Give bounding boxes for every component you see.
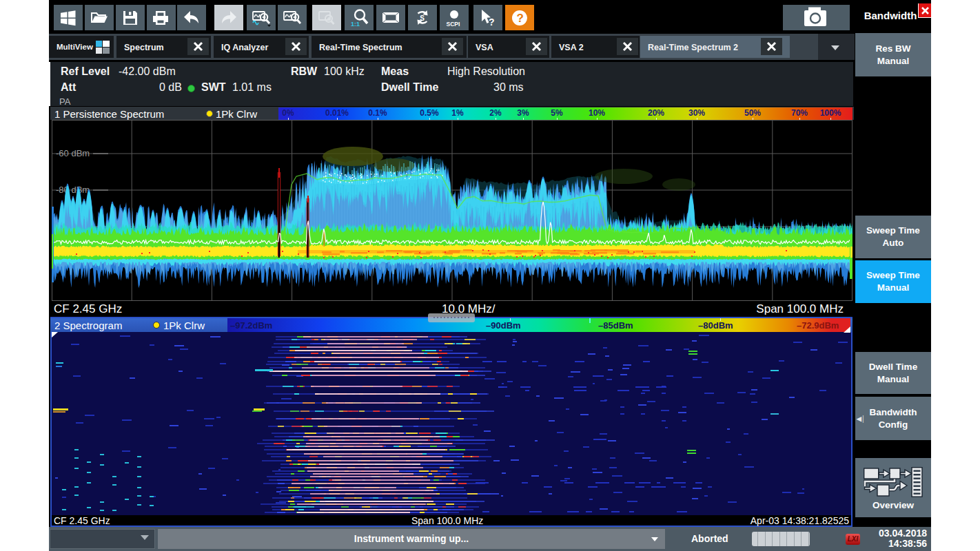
- svg-text:S: S: [420, 14, 425, 21]
- svg-text:1:1: 1:1: [351, 21, 360, 28]
- svg-text:-60 dBm: -60 dBm: [56, 148, 90, 158]
- svg-text:-80 dBm: -80 dBm: [56, 185, 90, 195]
- svg-text:?: ?: [489, 17, 495, 28]
- svg-text:SCPI: SCPI: [447, 20, 460, 27]
- svg-text:?: ?: [517, 12, 524, 25]
